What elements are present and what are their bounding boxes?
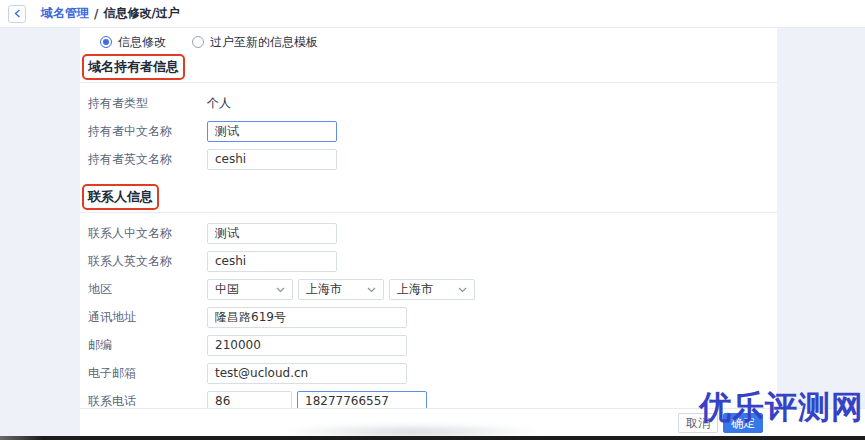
email-row: 电子邮箱 [88, 359, 777, 387]
field-label: 通讯地址 [88, 309, 207, 326]
contact-cn-name-row: 联系人中文名称 [88, 219, 777, 247]
holder-cn-name-row: 持有者中文名称 [88, 117, 777, 145]
breadcrumb-separator: / [94, 7, 98, 21]
footer-action-bar: 取消 确定 [80, 408, 865, 436]
province-select[interactable]: 上海市 [298, 279, 384, 300]
breadcrumb: 域名管理 / 信息修改/过户 [41, 5, 180, 22]
form-panel: 信息修改 过户至新的信息模板 域名持有者信息 持有者类型 个人 持有者中文名称 … [80, 28, 777, 408]
breadcrumb-current-page: 信息修改/过户 [103, 5, 179, 22]
contact-en-name-row: 联系人英文名称 [88, 247, 777, 275]
city-select[interactable]: 上海市 [389, 279, 475, 300]
confirm-button[interactable]: 确定 [723, 413, 763, 433]
address-row: 通讯地址 [88, 303, 777, 331]
contact-cn-name-input[interactable] [207, 223, 337, 244]
holder-en-name-row: 持有者英文名称 [88, 145, 777, 173]
field-label: 持有者中文名称 [88, 123, 207, 140]
field-label: 联系人中文名称 [88, 225, 207, 242]
city-select-value: 上海市 [397, 281, 433, 298]
country-select-value: 中国 [215, 281, 239, 298]
radio-info-modify[interactable]: 信息修改 [100, 34, 166, 51]
zip-input[interactable] [207, 335, 407, 356]
field-label: 电子邮箱 [88, 365, 207, 382]
back-button[interactable] [8, 5, 26, 23]
holder-type-value: 个人 [207, 95, 231, 112]
holder-cn-name-input[interactable] [207, 121, 337, 142]
country-select[interactable]: 中国 [207, 279, 293, 300]
address-input[interactable] [207, 307, 407, 328]
breadcrumb-domain-management[interactable]: 域名管理 [41, 5, 89, 22]
holder-type-row: 持有者类型 个人 [88, 89, 777, 117]
field-label: 持有者英文名称 [88, 151, 207, 168]
top-breadcrumb-bar: 域名管理 / 信息修改/过户 [0, 0, 865, 28]
field-label: 联系人英文名称 [88, 253, 207, 270]
zip-row: 邮编 [88, 331, 777, 359]
field-label: 持有者类型 [88, 95, 207, 112]
red-annotation-box: 域名持有者信息 [82, 54, 185, 80]
red-annotation-box: 联系人信息 [82, 184, 159, 210]
radio-unselected-icon [192, 36, 204, 48]
mode-radio-group: 信息修改 过户至新的信息模板 [80, 28, 777, 49]
chevron-left-icon [14, 6, 21, 21]
cancel-button[interactable]: 取消 [678, 413, 718, 433]
field-label: 邮编 [88, 337, 207, 354]
holder-section-title: 域名持有者信息 [88, 58, 179, 76]
chevron-down-icon [367, 282, 376, 296]
field-label: 联系电话 [88, 393, 207, 410]
chevron-down-icon [458, 282, 467, 296]
radio-selected-icon [100, 36, 112, 48]
email-input[interactable] [207, 363, 407, 384]
contact-section-header: 联系人信息 [88, 185, 769, 209]
holder-section-header: 域名持有者信息 [88, 55, 769, 79]
chevron-down-icon [276, 282, 285, 296]
contact-section-title: 联系人信息 [88, 188, 153, 206]
contact-en-name-input[interactable] [207, 251, 337, 272]
region-row: 地区 中国 上海市 上海市 [88, 275, 777, 303]
holder-en-name-input[interactable] [207, 149, 337, 170]
province-select-value: 上海市 [306, 281, 342, 298]
bottom-edge-strip [0, 436, 865, 440]
holder-section-rows: 持有者类型 个人 持有者中文名称 持有者英文名称 [80, 83, 777, 173]
radio-label: 信息修改 [118, 34, 166, 51]
radio-transfer-new-template[interactable]: 过户至新的信息模板 [192, 34, 318, 51]
radio-label: 过户至新的信息模板 [210, 34, 318, 51]
contact-section-rows: 联系人中文名称 联系人英文名称 地区 中国 上海市 上海市 [80, 213, 777, 415]
field-label: 地区 [88, 281, 207, 298]
